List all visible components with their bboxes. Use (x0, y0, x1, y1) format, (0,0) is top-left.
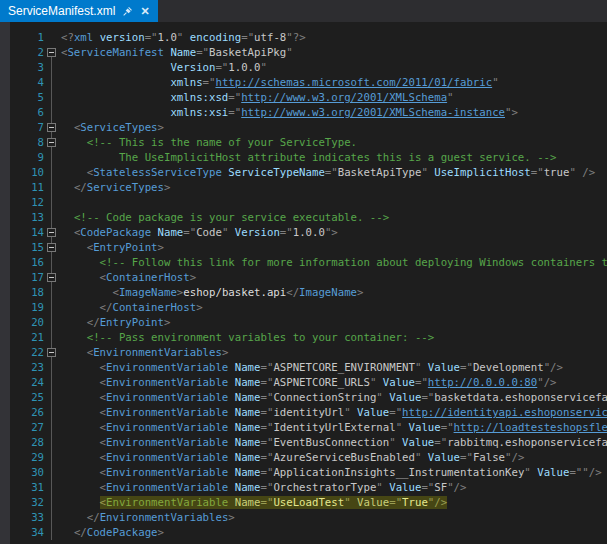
fold-column (44, 60, 61, 75)
code-text: <EnvironmentVariable Name="ConnectionStr… (61, 390, 607, 405)
pin-icon[interactable] (122, 6, 133, 17)
code-line[interactable]: 8 <!-- This is the name of your ServiceT… (0, 135, 607, 150)
code-text: <EntryPoint> (61, 240, 607, 255)
code-editor[interactable]: 1<?xml version="1.0" encoding="utf-8"?>2… (0, 22, 607, 544)
tab-servicemanifest[interactable]: ServiceManifest.xml ✕ (0, 0, 158, 22)
code-line[interactable]: 29 <EnvironmentVariable Name="AzureServi… (0, 450, 607, 465)
code-line[interactable]: 16 <!-- Follow this link for more inform… (0, 255, 607, 270)
code-text: <?xml version="1.0" encoding="utf-8"?> (61, 30, 607, 45)
code-line[interactable]: 2<ServiceManifest Name="BasketApiPkg" (0, 45, 607, 60)
code-text: <ServiceTypes> (61, 120, 607, 135)
line-number: 27 (10, 420, 44, 435)
code-text: <EnvironmentVariable Name="identityUrl" … (61, 405, 607, 420)
code-text: xmlns:xsd="http://www.w3.org/2001/XMLSch… (61, 90, 607, 105)
line-number: 16 (10, 255, 44, 270)
fold-column (44, 105, 61, 120)
code-line[interactable]: 7 <ServiceTypes> (0, 120, 607, 135)
fold-column (44, 180, 61, 195)
fold-column (44, 300, 61, 315)
fold-toggle-icon[interactable] (47, 348, 56, 357)
code-text: <!-- Follow this link for more informati… (61, 255, 607, 270)
code-line[interactable]: 31 <EnvironmentVariable Name="Orchestrat… (0, 480, 607, 495)
code-line[interactable]: 12 (0, 195, 607, 210)
code-line[interactable]: 28 <EnvironmentVariable Name="EventBusCo… (0, 435, 607, 450)
code-line[interactable]: 17 <ContainerHost> (0, 270, 607, 285)
code-line[interactable]: 5 xmlns:xsd="http://www.w3.org/2001/XMLS… (0, 90, 607, 105)
line-number: 11 (10, 180, 44, 195)
code-line[interactable]: 27 <EnvironmentVariable Name="IdentityUr… (0, 420, 607, 435)
code-line[interactable]: 20 </EntryPoint> (0, 315, 607, 330)
code-text: xmlns:xsi="http://www.w3.org/2001/XMLSch… (61, 105, 607, 120)
line-number: 29 (10, 450, 44, 465)
line-number: 13 (10, 210, 44, 225)
line-number: 5 (10, 90, 44, 105)
code-text: <EnvironmentVariable Name="ApplicationIn… (61, 465, 607, 480)
code-line[interactable]: 18 <ImageName>eshop/basket.api</ImageNam… (0, 285, 607, 300)
line-number: 23 (10, 360, 44, 375)
fold-toggle-icon[interactable] (47, 138, 56, 147)
line-number: 26 (10, 405, 44, 420)
code-line[interactable]: 30 <EnvironmentVariable Name="Applicatio… (0, 465, 607, 480)
fold-column (44, 330, 61, 345)
line-number: 3 (10, 60, 44, 75)
code-line[interactable]: 33 </EnvironmentVariables> (0, 510, 607, 525)
code-line[interactable]: 23 <EnvironmentVariable Name="ASPNETCORE… (0, 360, 607, 375)
fold-toggle-icon[interactable] (47, 273, 56, 282)
line-number: 4 (10, 75, 44, 90)
code-line[interactable]: 6 xmlns:xsi="http://www.w3.org/2001/XMLS… (0, 105, 607, 120)
code-text: </EntryPoint> (61, 315, 607, 330)
line-number: 30 (10, 465, 44, 480)
line-number: 6 (10, 105, 44, 120)
code-text: <EnvironmentVariable Name="AzureServiceB… (61, 450, 607, 465)
code-line[interactable]: 14 <CodePackage Name="Code" Version="1.0… (0, 225, 607, 240)
code-text (61, 195, 607, 210)
fold-column (44, 225, 61, 240)
line-number: 1 (10, 30, 44, 45)
code-line[interactable]: 3 Version="1.0.0" (0, 60, 607, 75)
code-line[interactable]: 21 <!-- Pass environment variables to yo… (0, 330, 607, 345)
code-line[interactable]: 22 <EnvironmentVariables> (0, 345, 607, 360)
fold-column (44, 285, 61, 300)
fold-column (44, 345, 61, 360)
code-line[interactable]: 9 The UseImplicitHost attribute indicate… (0, 150, 607, 165)
code-line[interactable]: 19 </ContainerHost> (0, 300, 607, 315)
code-line[interactable]: 11 </ServiceTypes> (0, 180, 607, 195)
code-line[interactable]: 4 xmlns="http://schemas.microsoft.com/20… (0, 75, 607, 90)
code-line[interactable]: 13 <!-- Code package is your service exe… (0, 210, 607, 225)
code-text: <CodePackage Name="Code" Version="1.0.0"… (61, 225, 607, 240)
code-text: </CodePackage> (61, 525, 607, 540)
fold-toggle-icon[interactable] (47, 48, 56, 57)
fold-column (44, 495, 61, 510)
fold-toggle-icon[interactable] (47, 228, 56, 237)
fold-toggle-icon[interactable] (47, 123, 56, 132)
code-line[interactable]: 10 <StatelessServiceType ServiceTypeName… (0, 165, 607, 180)
fold-column (44, 30, 61, 45)
code-text: <!-- Code package is your service execut… (61, 210, 607, 225)
fold-column (44, 45, 61, 60)
fold-column (44, 420, 61, 435)
code-text: <EnvironmentVariable Name="ASPNETCORE_UR… (61, 375, 607, 390)
line-number: 17 (10, 270, 44, 285)
fold-column (44, 405, 61, 420)
code-line[interactable]: 34 </CodePackage> (0, 525, 607, 540)
fold-column (44, 75, 61, 90)
fold-toggle-icon[interactable] (47, 243, 56, 252)
indicator-margin (0, 22, 10, 544)
line-number: 25 (10, 390, 44, 405)
fold-column (44, 435, 61, 450)
line-number: 31 (10, 480, 44, 495)
fold-column (44, 195, 61, 210)
code-line[interactable]: 26 <EnvironmentVariable Name="identityUr… (0, 405, 607, 420)
code-line[interactable]: 25 <EnvironmentVariable Name="Connection… (0, 390, 607, 405)
code-line[interactable]: 32 <EnvironmentVariable Name="UseLoadTes… (0, 495, 607, 510)
vs-editor-window: ServiceManifest.xml ✕ 1<?xml version="1.… (0, 0, 607, 544)
code-line[interactable]: 1<?xml version="1.0" encoding="utf-8"?> (0, 30, 607, 45)
line-number: 9 (10, 150, 44, 165)
code-text: <EnvironmentVariables> (61, 345, 607, 360)
line-number: 7 (10, 120, 44, 135)
close-icon[interactable]: ✕ (140, 6, 149, 17)
line-number: 28 (10, 435, 44, 450)
code-line[interactable]: 24 <EnvironmentVariable Name="ASPNETCORE… (0, 375, 607, 390)
fold-column (44, 135, 61, 150)
code-line[interactable]: 15 <EntryPoint> (0, 240, 607, 255)
